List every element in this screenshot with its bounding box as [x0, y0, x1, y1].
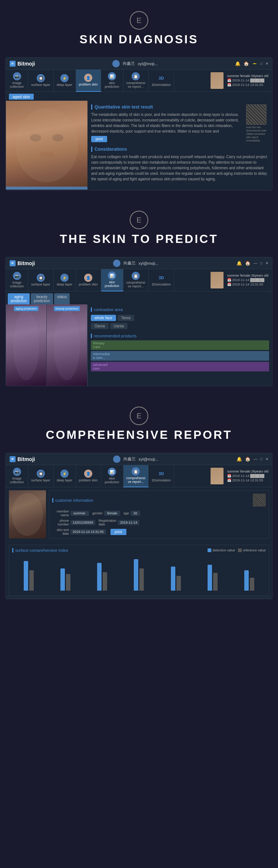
aging-pred-col: aging prediction	[6, 304, 47, 386]
tab2-problem-skin[interactable]: 👤 problem skin	[76, 269, 101, 291]
app-logo-text-3: Bitmoji	[17, 456, 35, 462]
bar-pair-4	[134, 559, 144, 591]
tab3-image-collection[interactable]: 📷 Imagecollection	[6, 465, 28, 487]
detection-color	[208, 548, 211, 552]
bar-reference-5	[176, 576, 181, 591]
bar-detection-1	[24, 561, 28, 591]
print-btn-1[interactable]: print	[91, 136, 107, 142]
qr-hint: scan the two dimensional codeObtain excl…	[246, 126, 268, 142]
user-gender-age: summer female 26years old	[227, 74, 268, 78]
minimize-btn[interactable]	[253, 63, 257, 64]
area-buttons: whole face Tarea	[91, 315, 269, 321]
section1-icon: E	[130, 11, 148, 30]
status-tab[interactable]: status	[54, 293, 70, 304]
user-avatar-titlebar-2	[113, 260, 120, 267]
beauty-pred-label: beauty prediction	[54, 306, 80, 311]
user-avatar-titlebar	[112, 60, 120, 67]
product-advanced: advancedcare	[91, 362, 269, 371]
section2-header: E THE SKIN TO PREDICT	[0, 198, 278, 253]
member-name-value: summer	[70, 511, 89, 516]
user-email-titlebar-2: xyl@moji...	[139, 261, 159, 266]
tab2-surface-label: surface layer	[31, 283, 50, 287]
tab3-skin-prediction[interactable]: 📊 skinprediction	[101, 465, 123, 487]
user-info-right: summer female 26years old 📅 2019-11-14 █…	[209, 71, 272, 90]
face-highlight-1	[6, 187, 87, 190]
tab3-deep-label: deep layer	[57, 479, 72, 483]
tab3-image-label: Imagecollection	[10, 477, 24, 484]
bar-group-6	[208, 565, 218, 591]
tab2-surface-layer[interactable]: 🔲 surface layer	[28, 269, 54, 291]
app-window-1: B Bitmoji 向鑫兰 xyl@moji... 🔔 🏠 □ ✕ 📷 imag…	[6, 57, 272, 190]
tab2-image-collection[interactable]: 📷 imagecollection	[6, 269, 28, 291]
tab3-comprehensive[interactable]: 📋 comprehensive report...	[123, 465, 149, 487]
tab-image-collection[interactable]: 📷 imagecollection	[6, 70, 28, 92]
bar-detection-3	[97, 563, 102, 591]
tab2-3d[interactable]: 3D 3Dsimulation	[149, 269, 174, 291]
tab-surface-layer[interactable]: 🔲 surface layer	[28, 70, 54, 92]
t-area-btn[interactable]: Tarea	[118, 315, 134, 321]
minimize-btn-3[interactable]: —	[254, 457, 257, 461]
customer-row-3: skin test date 2019-11-14 13:31:55 print	[52, 528, 266, 535]
user-avatar-titlebar-3	[113, 455, 120, 463]
u-area-btn[interactable]: Uarea	[110, 323, 128, 329]
tab2-image-label: imagecollection	[10, 281, 24, 288]
legend-reference: reference value	[238, 548, 266, 552]
quantitative-title: Quantitative skin test result	[91, 104, 268, 110]
tab2-deep-label: deep layer	[57, 283, 72, 287]
tab2-deep-layer[interactable]: ⚡ deep layer	[54, 269, 76, 291]
minimize-btn-2[interactable]: —	[254, 261, 257, 265]
tab3-surface-layer[interactable]: 🔲 surface layer	[28, 465, 54, 487]
tab2-comprehensive[interactable]: 📋 comprehensive report...	[123, 269, 149, 291]
titlebar-1: B Bitmoji 向鑫兰 xyl@moji... 🔔 🏠 □ ✕	[6, 58, 272, 70]
tab2-comprehensive-label: comprehensive report...	[126, 281, 146, 288]
maximize-btn-3[interactable]: □	[260, 457, 262, 461]
beauty-prediction-tab[interactable]: beautyprediction	[31, 293, 53, 304]
tab-deep-layer[interactable]: ⚡ deep layer	[54, 70, 76, 92]
nav-tabs-2: 📷 imagecollection 🔲 surface layer ⚡ deep…	[6, 269, 272, 291]
product-primary: PrimaryCare	[91, 340, 269, 350]
window-controls-2: 🔔 🏠 — □ ✕	[236, 261, 268, 266]
nav-tabs-3: 📷 Imagecollection 🔲 surface layer ⚡ deep…	[6, 465, 272, 487]
tab3-deep-layer[interactable]: ⚡ deep layer	[54, 465, 76, 487]
layers-icon-2: 🔲	[37, 274, 45, 282]
tab-3d[interactable]: 3D 3Dsimulation	[149, 70, 174, 92]
product-intermediate: Intermediate care...	[91, 351, 269, 361]
user-name-titlebar: 向鑫兰	[123, 61, 135, 66]
tab-problem-skin[interactable]: 👤 problem skin	[76, 70, 101, 92]
svg-point-4	[13, 310, 39, 380]
section3-title: COMPREHENSIVE REPORT	[46, 428, 232, 442]
print-btn-3[interactable]: print	[110, 529, 126, 535]
reg-date-label: Registration date	[99, 519, 116, 526]
app-window-3: B Bitmoji 向鑫兰 xyl@moji... 🔔 🏠 — □ ✕ 📷 Im…	[6, 453, 272, 599]
tab2-3d-label: 3Dsimulation	[152, 283, 171, 287]
prediction-tabs: agingprediction beautyprediction status	[6, 291, 272, 304]
o-area-btn[interactable]: Oarea	[91, 323, 109, 329]
tab3-problem-skin[interactable]: 👤 problem skin	[76, 465, 101, 487]
close-btn-2[interactable]: ✕	[265, 261, 268, 265]
report-icon-nav-3: 📋	[132, 467, 140, 475]
skin-test-label: skin test date	[52, 528, 69, 535]
tab2-skin-prediction[interactable]: 📊 skinprediction	[101, 269, 123, 291]
face-icon-nav: 👤	[84, 74, 92, 82]
maximize-btn-2[interactable]: □	[260, 261, 262, 265]
whole-face-btn[interactable]: whole face	[91, 315, 116, 321]
bar-detection-2	[60, 568, 65, 591]
phone-label: phone number	[52, 519, 69, 526]
section2-icon: E	[130, 211, 148, 229]
chart-icon-nav: 📊	[108, 72, 116, 80]
tab-image-label: imagecollection	[10, 81, 24, 89]
layers-icon-3: 🔲	[37, 470, 45, 478]
tab-surface-label: surface layer	[31, 83, 50, 87]
bar-pair-3	[97, 563, 107, 591]
maximize-btn[interactable]: □	[260, 61, 262, 66]
user-details-nav: summer female 26years old 📅 2019-11-14 █…	[225, 73, 270, 89]
close-btn-3[interactable]: ✕	[265, 457, 268, 461]
tab3-3d-label: 3Dsimulation	[152, 479, 171, 483]
tab-comprehensive[interactable]: 📋 comprehensive report...	[123, 70, 149, 92]
aging-prediction-tab[interactable]: agingprediction	[8, 293, 30, 304]
tab3-3d[interactable]: 3D 3Dsimulation	[149, 465, 174, 487]
tab-skin-prediction[interactable]: 📊 skinprediction	[101, 70, 123, 92]
face-icon-nav-3: 👤	[84, 470, 92, 478]
close-btn[interactable]: ✕	[265, 61, 268, 66]
report-face-bg	[9, 490, 46, 538]
